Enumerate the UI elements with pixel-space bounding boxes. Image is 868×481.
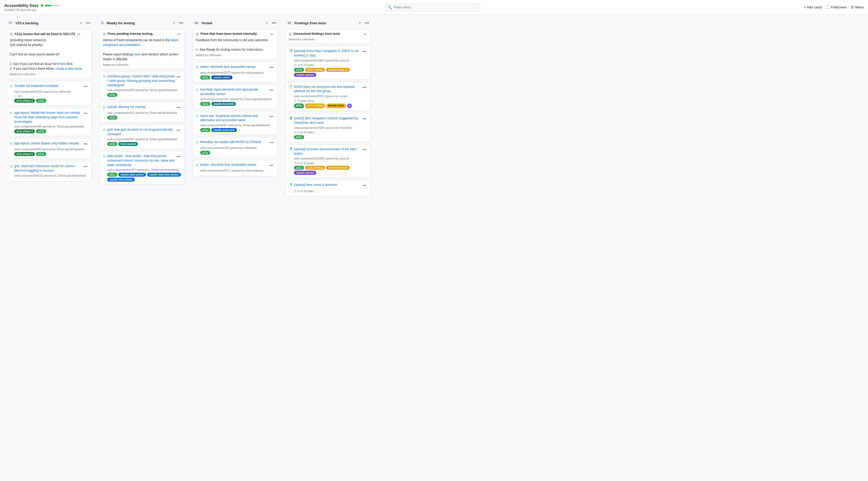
card-title[interactable]: [upload] Arrow keys navigation in JAWS i…	[294, 49, 361, 58]
card-content: grid: keyboard interaction model for col…	[14, 164, 89, 179]
card-title[interactable]: [upload] Item count is incorrect	[294, 183, 337, 187]
note-link-here[interactable]: here	[134, 53, 141, 56]
card-meta: web-components#167 opened by TetraLogica…	[107, 168, 182, 171]
card: ⊙ menu-bar: Graphical controls without t…	[192, 111, 278, 135]
card-title[interactable]: NVDA does not announce the aria-required…	[294, 85, 361, 94]
search-box[interactable]: 🔍	[385, 4, 480, 11]
card-menu-button[interactable]: •••	[361, 85, 367, 90]
card-title[interactable]: app-layout: Modal-like drawer does not c…	[14, 110, 83, 124]
card-menu-button[interactable]: •••	[83, 164, 89, 169]
note-link-docs[interactable]: latest component documentation	[103, 38, 178, 47]
label-a11y: a11y	[294, 166, 304, 170]
card-issue-header: ⊙ grid: tree grid structure is not progr…	[103, 128, 182, 146]
card-title[interactable]: checkbox-group / custom-field / date-tim…	[107, 74, 176, 87]
card-issue-header: ⊙ select: elements lack accessible names…	[196, 65, 275, 79]
card: [select] item navigation controls sugges…	[285, 113, 371, 142]
open-issue-icon: ⊙	[10, 84, 13, 88]
card-menu-button[interactable]: •••	[361, 49, 367, 54]
card: ⊙ grid: keyboard interaction model for c…	[6, 161, 92, 181]
card-menu-button[interactable]: •••	[268, 140, 275, 145]
card-title[interactable]: select: elements lack accessible names	[200, 65, 256, 69]
card-title[interactable]: Scroller not keyboard scrollable	[14, 84, 58, 88]
card-labels: a11yvaadin-select	[200, 75, 275, 79]
add-cards-button[interactable]: + Add cards	[804, 5, 822, 9]
card-title[interactable]: grid: tree grid structure is not program…	[107, 128, 176, 136]
tasks-icon: ◷	[294, 161, 297, 165]
card-menu-button[interactable]: •••	[361, 147, 367, 152]
card-labels: a11ya11y-findingknown issueV	[294, 103, 367, 108]
card-labels: a11yvaadin-date-pickervaadin-date-time-p…	[107, 173, 182, 182]
note-menu[interactable]: •••	[362, 32, 367, 36]
card-labels: a11ya11y-findingneeds researchvaadin-upl…	[294, 166, 367, 175]
note-icon: ☰	[10, 32, 13, 36]
card-menu-button[interactable]: •••	[83, 141, 89, 147]
note-menu[interactable]: •••	[176, 32, 182, 36]
card: [upload] Item count is incorrect ••• ◷ 6…	[285, 180, 371, 197]
card-title[interactable]: [upload] Incorrect announcement of the i…	[294, 147, 361, 156]
open-issue-icon: ⊙	[10, 111, 13, 115]
card-header: date-picker / time-picker / date-time-pi…	[107, 154, 182, 167]
card-title[interactable]: button: elements lack accessible names	[200, 163, 256, 167]
card-menu-button[interactable]: •••	[83, 110, 89, 116]
board: 77 V23.x backlog + ••• ☰ A11y issues tha…	[0, 15, 868, 481]
fullscreen-icon: ⛶	[826, 5, 830, 9]
column-menu-button-findings[interactable]: •••	[364, 20, 370, 26]
fullscreen-button[interactable]: ⛶ Fullscreen	[826, 5, 847, 9]
card-menu-button[interactable]: •••	[176, 74, 182, 79]
card: ⊙ text-field: input elements lack approp…	[192, 85, 278, 109]
card-header: grid: tree grid structure is not program…	[107, 128, 182, 136]
card-menu-button[interactable]: •••	[176, 128, 182, 133]
card-issue-header: ⊙ upload: Missing list markup ••• web-co…	[103, 105, 182, 120]
open-issue-icon: ⊙	[10, 141, 13, 146]
card-labels: a11y phase 2a11y	[14, 152, 89, 156]
menu-label: Menu	[855, 5, 864, 9]
card-title[interactable]: app-layout: closed drawer only hidden vi…	[14, 141, 79, 146]
note-link-create[interactable]: create a new issue	[56, 67, 82, 70]
column-menu-button-tested[interactable]: •••	[271, 20, 277, 26]
card-menu-button[interactable]: •••	[176, 105, 182, 110]
card-menu-button[interactable]: •••	[361, 116, 367, 122]
note-link-here[interactable]: here	[60, 62, 66, 66]
column-menu-button-ready-testing[interactable]: •••	[178, 20, 184, 26]
column-actions-backlog: + •••	[79, 20, 91, 26]
card-title[interactable]: grid: keyboard interaction model for col…	[14, 164, 83, 173]
note-menu[interactable]: •••	[269, 32, 275, 36]
card-header: button: elements lack accessible names •…	[200, 163, 275, 168]
column-add-button-backlog[interactable]: +	[79, 20, 83, 26]
card-menu-button[interactable]: •••	[361, 183, 367, 188]
board-subtitle: Updated 26 seconds ago	[4, 8, 61, 11]
label-a11y-phase-2: a11y phase 2	[14, 129, 35, 133]
card-content: app-layout: Modal-like drawer does not c…	[14, 110, 89, 133]
card-menu-button[interactable]: •••	[268, 87, 275, 93]
card-title[interactable]: upload: Missing list markup	[107, 105, 146, 109]
card-title[interactable]: menu-bar: Graphical controls without tex…	[200, 114, 268, 123]
label-vaadin-upload: vaadin-upload	[294, 171, 316, 175]
card-issue-header: ⊙ MenuBar not usable with NVDA on Chrome…	[196, 140, 275, 155]
card-title[interactable]: text-field: input elements lack appropri…	[200, 87, 268, 96]
note-header: ☰ A11y issues that will be fixed in V23 …	[10, 32, 89, 36]
column-add-button-findings[interactable]: +	[358, 20, 362, 26]
card-menu-button[interactable]: •••	[268, 163, 275, 168]
label-a11y: a11y	[36, 129, 46, 133]
card-title[interactable]: date-picker / time-picker / date-time-pi…	[107, 154, 176, 167]
column-tested: 16 Tested + ••• ☰ Fixes that have been t…	[190, 18, 280, 179]
card-issue-header: ⊙ button: elements lack accessible names…	[196, 163, 275, 173]
menu-button[interactable]: ☰ Menu	[851, 5, 864, 9]
card-menu-button[interactable]: •••	[83, 84, 89, 89]
column-menu-button-backlog[interactable]: •••	[85, 20, 91, 26]
card-labels: a11ya11y-findingneeds researchvaadin-upl…	[294, 68, 367, 77]
card-content: Scroller not keyboard scrollable ••• web…	[14, 84, 89, 103]
fork-icon: ⑂	[14, 95, 16, 98]
progress-fill	[45, 5, 51, 6]
card-menu-button[interactable]: •••	[268, 114, 275, 119]
card-menu-button[interactable]: •••	[176, 154, 182, 159]
top-bar-actions: + Add cards ⛶ Fullscreen ☰ Menu	[804, 5, 864, 9]
note-menu[interactable]: •••	[76, 32, 81, 36]
card-header: [upload] Item count is incorrect •••	[294, 183, 367, 188]
card-menu-button[interactable]: •••	[268, 65, 275, 70]
card-title[interactable]: MenuBar not usable with NVDA on Chrome	[200, 140, 261, 145]
card-title[interactable]: [select] item navigation controls sugges…	[294, 116, 361, 125]
column-add-button-ready-testing[interactable]: +	[172, 20, 176, 26]
search-input[interactable]	[394, 5, 477, 9]
column-add-button-tested[interactable]: +	[265, 20, 269, 26]
